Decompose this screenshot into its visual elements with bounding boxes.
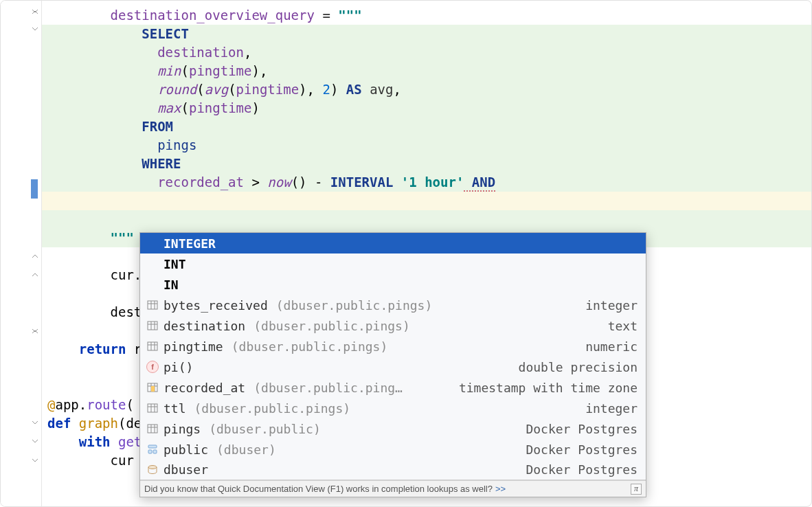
- completion-label: ttl: [163, 401, 186, 416]
- code-line: destination,: [42, 43, 811, 62]
- completion-detail: (dbuser.public.ping…: [253, 381, 403, 395]
- completion-type: integer: [578, 401, 638, 416]
- completion-label: pings: [163, 422, 201, 436]
- completion-item[interactable]: dbuser Docker Postgres: [140, 460, 646, 480]
- completion-label: recorded_at: [163, 381, 245, 395]
- code-line: FROM: [42, 117, 811, 136]
- database-icon: [146, 463, 159, 477]
- completion-type: double precision: [512, 360, 638, 374]
- svg-rect-0: [148, 301, 157, 309]
- hint-text: Did you know that Quick Documentation Vi…: [144, 484, 493, 494]
- completion-item[interactable]: ttl (dbuser.public.pings) integer: [140, 398, 646, 418]
- editor-gutter: [1, 1, 42, 506]
- code-line: max(pingtime): [42, 99, 811, 117]
- svg-rect-26: [148, 450, 152, 453]
- column-icon: [146, 298, 159, 312]
- completion-label: dbuser: [163, 462, 208, 477]
- completion-type: numeric: [578, 339, 638, 354]
- completion-item[interactable]: bytes_received (dbuser.public.pings) int…: [140, 295, 646, 315]
- pi-icon[interactable]: π: [631, 484, 642, 495]
- completion-type: Docker Postgres: [519, 442, 638, 457]
- function-icon: f: [146, 360, 159, 374]
- completion-type: Docker Postgres: [519, 462, 638, 477]
- fold-icon[interactable]: [31, 458, 39, 466]
- table-icon: [146, 422, 159, 436]
- completion-label: INTEGER: [163, 236, 216, 251]
- svg-rect-17: [148, 404, 157, 412]
- fold-icon[interactable]: [31, 8, 39, 16]
- fold-icon[interactable]: [31, 26, 39, 34]
- completion-item[interactable]: public (dbuser) Docker Postgres: [140, 439, 646, 460]
- completion-item[interactable]: f pi() double precision: [140, 357, 646, 377]
- blank-icon: [146, 278, 159, 291]
- completion-item[interactable]: pings (dbuser.public) Docker Postgres: [140, 418, 646, 439]
- completion-item[interactable]: destination (dbuser.public.pings) text: [140, 315, 646, 336]
- svg-point-28: [148, 465, 157, 469]
- column-icon: [146, 339, 159, 353]
- column-icon: [146, 381, 159, 394]
- completion-type: text: [601, 319, 638, 333]
- completion-item[interactable]: IN: [140, 274, 646, 295]
- code-line: destination_overview_query = """: [42, 6, 811, 25]
- completion-item[interactable]: INT: [140, 254, 646, 274]
- completion-detail: (dbuser.public.pings): [253, 319, 410, 333]
- code-line: WHERE: [42, 155, 811, 173]
- completion-popup[interactable]: INTEGER INT IN bytes_received (dbuser.pu…: [139, 232, 646, 497]
- svg-rect-25: [148, 445, 157, 448]
- completion-type: timestamp with time zone: [452, 381, 638, 395]
- svg-rect-21: [148, 425, 157, 433]
- completion-label: INT: [163, 257, 186, 271]
- code-line: pings: [42, 136, 811, 155]
- svg-rect-27: [153, 450, 157, 453]
- fold-icon[interactable]: [31, 438, 39, 447]
- code-line: [42, 210, 811, 229]
- completion-item[interactable]: INTEGER: [140, 233, 646, 254]
- completion-label: pingtime: [163, 339, 223, 354]
- completion-hint: Did you know that Quick Documentation Vi…: [140, 480, 646, 497]
- completion-label: bytes_received: [163, 298, 268, 313]
- hint-link[interactable]: >>: [495, 484, 506, 494]
- completion-detail: (dbuser.public.pings): [276, 298, 433, 313]
- fold-icon[interactable]: [31, 420, 39, 428]
- completion-type: integer: [578, 298, 638, 313]
- completion-label: destination: [163, 319, 245, 333]
- completion-detail: (dbuser): [216, 442, 276, 457]
- svg-rect-8: [148, 342, 157, 350]
- code-line: SELECT: [42, 25, 811, 43]
- blank-icon: [146, 257, 159, 271]
- fold-icon[interactable]: [31, 270, 39, 278]
- code-line: recorded_at > now() - INTERVAL '1 hour' …: [42, 173, 811, 192]
- column-icon: [146, 401, 159, 415]
- completion-detail: (dbuser.public.pings): [194, 401, 351, 416]
- svg-rect-16: [151, 386, 155, 392]
- change-marker: [31, 179, 38, 199]
- completion-item[interactable]: pingtime (dbuser.public.pings) numeric: [140, 336, 646, 357]
- completion-detail: (dbuser.public): [209, 422, 321, 436]
- completion-label: public: [163, 442, 208, 457]
- code-line: [42, 192, 811, 210]
- code-line: min(pingtime),: [42, 62, 811, 80]
- completion-type: Docker Postgres: [519, 422, 638, 436]
- fold-icon[interactable]: [31, 251, 39, 260]
- code-line: round(avg(pingtime), 2) AS avg,: [42, 80, 811, 99]
- fold-icon[interactable]: [31, 327, 39, 335]
- svg-rect-4: [148, 322, 157, 330]
- column-icon: [146, 319, 159, 333]
- schema-icon: [146, 442, 159, 456]
- completion-item[interactable]: recorded_at (dbuser.public.ping… timesta…: [140, 377, 646, 398]
- completion-label: IN: [163, 278, 179, 292]
- completion-detail: (dbuser.public.pings): [232, 339, 388, 354]
- blank-icon: [146, 236, 159, 250]
- completion-label: pi(): [163, 360, 193, 374]
